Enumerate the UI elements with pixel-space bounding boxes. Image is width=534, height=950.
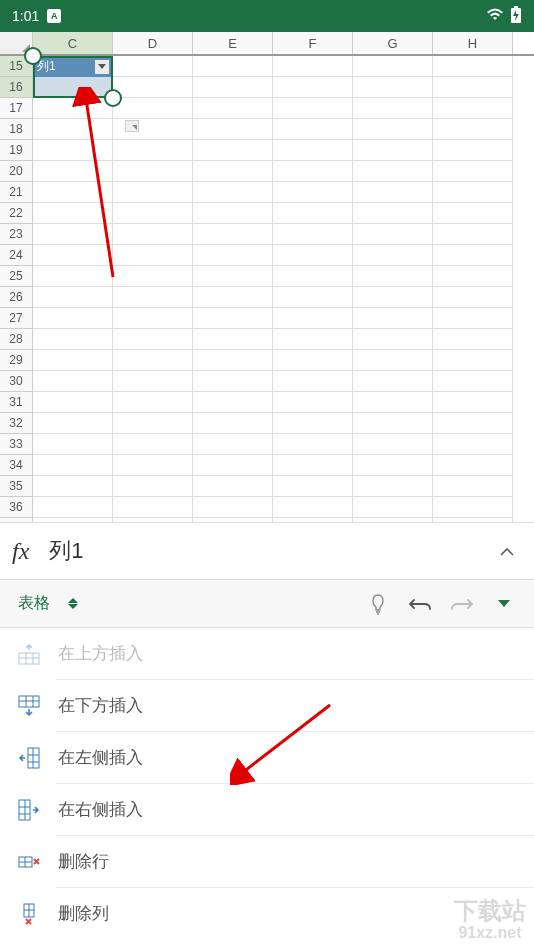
row-header[interactable]: 26 [0, 287, 33, 308]
row-header[interactable]: 29 [0, 350, 33, 371]
ribbon-toolbar: 表格 [0, 580, 534, 628]
insert-right-icon [18, 799, 40, 821]
keyboard-indicator-icon: A [47, 9, 61, 23]
row-header[interactable]: 23 [0, 224, 33, 245]
menu-delete-row[interactable]: 删除行 [0, 836, 534, 887]
menu-label: 删除行 [58, 850, 109, 873]
row-header[interactable]: 27 [0, 308, 33, 329]
selected-cell-fill [33, 77, 113, 98]
column-header[interactable]: G [353, 32, 433, 54]
column-header[interactable]: H [433, 32, 513, 54]
fx-icon: fx [12, 538, 29, 565]
expand-formula-icon[interactable] [492, 534, 522, 568]
redo-icon[interactable] [450, 592, 474, 616]
selection-handle-br[interactable] [104, 89, 122, 107]
spreadsheet-grid[interactable]: C D E F G H 15 16 17 18 19 20 21 22 23 2… [0, 32, 534, 522]
row-header[interactable]: 31 [0, 392, 33, 413]
row-header[interactable]: 34 [0, 455, 33, 476]
formula-input[interactable] [49, 538, 492, 564]
lightbulb-icon[interactable] [366, 592, 390, 616]
menu-insert-above: 在上方插入 [0, 628, 534, 679]
row-header[interactable]: 32 [0, 413, 33, 434]
formula-bar: fx [0, 522, 534, 580]
row-header[interactable]: 24 [0, 245, 33, 266]
watermark: 下载站 91xz.net [454, 898, 526, 942]
category-chevron-icon[interactable] [68, 598, 78, 609]
undo-icon[interactable] [408, 592, 432, 616]
fill-handle[interactable] [125, 120, 139, 132]
row-header[interactable]: 20 [0, 161, 33, 182]
battery-icon [510, 6, 522, 27]
row-header[interactable]: 37 [0, 518, 33, 522]
insert-left-icon [18, 747, 40, 769]
row-header[interactable]: 36 [0, 497, 33, 518]
selection-handle-tl[interactable] [24, 47, 42, 65]
row-headers: 15 16 17 18 19 20 21 22 23 24 25 26 27 2… [0, 56, 33, 522]
status-time: 1:01 [12, 8, 39, 24]
delete-row-icon [18, 851, 40, 873]
status-bar: 1:01 A [0, 0, 534, 32]
row-header[interactable]: 19 [0, 140, 33, 161]
menu-insert-right[interactable]: 在右侧插入 [0, 784, 534, 835]
menu-insert-left[interactable]: 在左侧插入 [0, 732, 534, 783]
filter-dropdown-button[interactable] [95, 60, 109, 74]
row-header[interactable]: 28 [0, 329, 33, 350]
table-header-cell[interactable]: 列1 [33, 56, 113, 77]
svg-rect-0 [514, 6, 518, 8]
more-chevron-icon[interactable] [492, 592, 516, 616]
menu-insert-below[interactable]: 在下方插入 [0, 680, 534, 731]
row-header[interactable]: 17 [0, 98, 33, 119]
column-headers: C D E F G H [33, 32, 534, 56]
context-menu: 在上方插入 在下方插入 在左侧插入 在右侧插入 删除行 删除列 [0, 628, 534, 939]
category-selector[interactable]: 表格 [18, 593, 50, 614]
row-header[interactable]: 18 [0, 119, 33, 140]
delete-col-icon [18, 903, 40, 925]
menu-label: 在右侧插入 [58, 798, 143, 821]
row-header[interactable]: 21 [0, 182, 33, 203]
row-header[interactable]: 22 [0, 203, 33, 224]
menu-label: 删除列 [58, 902, 109, 925]
column-header[interactable]: E [193, 32, 273, 54]
column-header[interactable]: F [273, 32, 353, 54]
column-header[interactable]: D [113, 32, 193, 54]
wifi-icon [486, 8, 504, 25]
row-header[interactable]: 35 [0, 476, 33, 497]
cell-area[interactable] [33, 56, 534, 522]
insert-below-icon [18, 695, 40, 717]
menu-label: 在上方插入 [58, 642, 143, 665]
row-header[interactable]: 25 [0, 266, 33, 287]
insert-above-icon [18, 643, 40, 665]
menu-label: 在左侧插入 [58, 746, 143, 769]
row-header[interactable]: 33 [0, 434, 33, 455]
row-header[interactable]: 16 [0, 77, 33, 98]
row-header[interactable]: 30 [0, 371, 33, 392]
menu-label: 在下方插入 [58, 694, 143, 717]
column-header[interactable]: C [33, 32, 113, 54]
